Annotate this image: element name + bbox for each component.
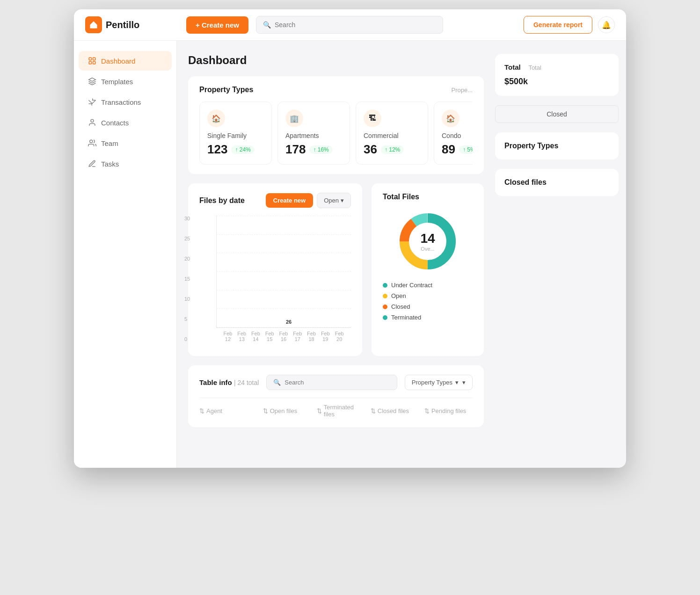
single-family-badge: ↑ 24% [231, 145, 254, 154]
x-axis-labels: Feb 12Feb 13Feb 14Feb 15Feb 16Feb 17Feb … [216, 331, 351, 342]
svg-point-9 [90, 140, 93, 143]
total-files-card: Total Files [372, 183, 484, 356]
closed-label-legend: Closed [391, 303, 410, 310]
svg-point-8 [91, 119, 94, 122]
total-card: Total Total $500k [495, 54, 619, 96]
col-header-pending-files[interactable]: ⇅ Pending files [424, 404, 473, 418]
sidebar: Dashboard Templates Transactions [74, 41, 177, 468]
single-family-icon: 🏠 [207, 109, 225, 127]
table-info-label: Table info | 24 total [199, 378, 259, 386]
x-label-feb-16: Feb 16 [277, 331, 291, 342]
x-label-feb-15: Feb 15 [262, 331, 277, 342]
condo-icon: 🏠 [442, 109, 459, 127]
bar-value-label: 26 [286, 319, 292, 325]
sidebar-label-dashboard: Dashboard [101, 57, 135, 65]
col-header-open-files[interactable]: ⇅ Open files [263, 404, 311, 418]
table-column-headers: ⇅ Agent ⇅ Open files ⇅ Terminated files … [199, 398, 473, 418]
search-input[interactable] [275, 21, 436, 29]
legend-closed: Closed [383, 303, 473, 310]
chart-controls: Create new Open ▾ [266, 193, 351, 208]
bell-icon: 🔔 [602, 21, 611, 29]
table-total: | 24 total [234, 379, 259, 386]
svg-rect-1 [89, 58, 91, 60]
prop-types-mini-card: Property Types [495, 132, 619, 160]
logo-area: Pentillo [85, 16, 179, 33]
y-axis-labels: 30 25 20 15 10 5 0 [184, 216, 190, 342]
search-bar: 🔍 [256, 16, 443, 34]
svg-line-7 [89, 100, 93, 104]
legend-under-contract: Under Contract [383, 282, 473, 289]
donut-center: 14 Ove... [420, 231, 435, 252]
x-label-feb-17: Feb 17 [291, 331, 305, 342]
sidebar-item-contacts[interactable]: Contacts [79, 113, 172, 132]
single-family-count: 123 ↑ 24% [207, 142, 264, 157]
table-filter-label: Property Types [412, 379, 452, 386]
closed-files-mini-title: Closed files [504, 178, 609, 187]
table-search-input[interactable] [284, 379, 363, 386]
open-label-legend: Open [391, 292, 406, 299]
bar-chart: 30 25 20 15 10 5 0 [199, 216, 351, 347]
table-filter[interactable]: Property Types ▾ ▾ [405, 375, 473, 390]
chart-bars-area: 26 [216, 216, 351, 328]
apartments-badge: ↑ 16% [309, 145, 332, 154]
table-header-row: Table info | 24 total 🔍 Property Types ▾… [199, 375, 473, 390]
closed-badge: Closed [495, 105, 619, 123]
sidebar-label-templates: Templates [101, 78, 133, 86]
under-contract-label: Under Contract [391, 282, 432, 289]
sidebar-label-transactions: Transactions [101, 98, 141, 106]
total-card-title: Total Total [504, 63, 609, 71]
main-content: Dashboard Property Types Prope... 🏠 Sing… [177, 41, 495, 468]
middle-section: Files by date Create new Open ▾ [188, 183, 484, 356]
col-header-terminated-files[interactable]: ⇅ Terminated files [317, 404, 365, 418]
donut-chart: 14 Ove... [395, 209, 460, 274]
top-bar-right: Generate report 🔔 [524, 16, 615, 34]
generate-report-button[interactable]: Generate report [524, 16, 592, 34]
closed-dot [383, 305, 387, 309]
col-header-agent[interactable]: ⇅ Agent [199, 404, 257, 418]
search-icon: 🔍 [263, 21, 271, 29]
single-family-name: Single Family [207, 132, 264, 139]
sidebar-item-dashboard[interactable]: Dashboard [79, 51, 172, 71]
terminated-label-legend: Terminated [391, 314, 421, 321]
total-col-subtitle: Total [528, 64, 541, 71]
chevron-down-icon: ▾ [341, 197, 344, 204]
x-label-feb-14: Feb 14 [249, 331, 263, 342]
property-types-header: Property Types Prope... [199, 86, 473, 94]
commercial-badge: ↑ 12% [381, 145, 404, 154]
sidebar-label-tasks: Tasks [101, 160, 119, 168]
chart-open-button[interactable]: Open ▾ [317, 193, 351, 208]
condo-badge: ↑ 5% [459, 145, 473, 154]
table-section: Table info | 24 total 🔍 Property Types ▾… [188, 365, 484, 427]
create-new-button[interactable]: + Create new [186, 16, 248, 34]
chart-create-new-button[interactable]: Create new [266, 193, 313, 208]
col-header-closed-files[interactable]: ⇅ Closed files [371, 404, 419, 418]
condo-count: 89 ↑ 5% [442, 142, 473, 157]
legend-terminated: Terminated [383, 314, 473, 321]
total-amount: $500k [504, 77, 609, 87]
total-files-number: 14 [420, 231, 435, 246]
sidebar-item-transactions[interactable]: Transactions [79, 92, 172, 112]
sidebar-label-contacts: Contacts [101, 119, 129, 127]
svg-marker-5 [89, 78, 96, 82]
total-files-subtitle: Ove... [420, 246, 435, 252]
main-layout: Dashboard Templates Transactions [74, 41, 626, 468]
svg-rect-3 [89, 62, 91, 64]
table-search-icon: 🔍 [273, 379, 281, 386]
x-label-feb-20: Feb 20 [332, 331, 346, 342]
legend-open: Open [383, 292, 473, 299]
sidebar-label-team: Team [101, 139, 118, 147]
notification-button[interactable]: 🔔 [598, 16, 615, 33]
sidebar-item-tasks[interactable]: Tasks [79, 154, 172, 174]
total-files-title: Total Files [383, 193, 473, 201]
table-search: 🔍 [266, 375, 397, 390]
apartments-name: Apartments [285, 132, 342, 139]
logo-icon [85, 16, 102, 33]
files-by-date-card: Files by date Create new Open ▾ [188, 183, 362, 356]
page-title: Dashboard [188, 54, 484, 67]
filter-chevron-icon: ▾ [455, 379, 459, 386]
right-panel: Total Total $500k Closed Property Types … [495, 41, 626, 468]
sidebar-item-templates[interactable]: Templates [79, 72, 172, 91]
under-contract-dot [383, 283, 387, 288]
x-label-feb-18: Feb 18 [305, 331, 319, 342]
sidebar-item-team[interactable]: Team [79, 133, 172, 153]
